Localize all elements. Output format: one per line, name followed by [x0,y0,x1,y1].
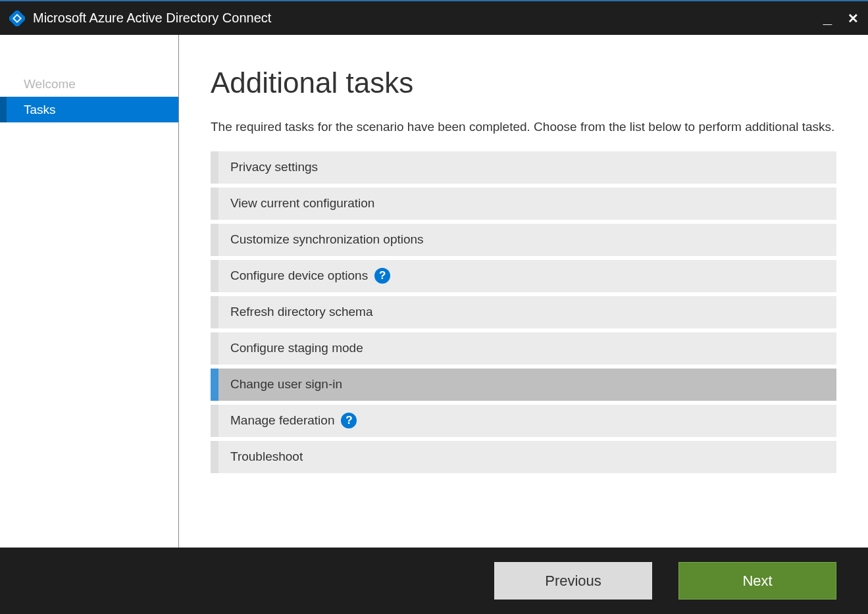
close-button[interactable]: ✕ [848,11,859,26]
minimize-button[interactable]: _ [823,15,832,22]
task-item-label: Customize synchronization options [230,232,424,247]
task-item[interactable]: Customize synchronization options [211,224,836,256]
sidebar: WelcomeTasks [0,35,179,548]
task-item-label: Troubleshoot [230,449,303,464]
help-icon[interactable]: ? [374,268,390,284]
window-controls: _ ✕ [823,11,859,26]
task-item-label: Configure staging mode [230,341,363,355]
sidebar-item-welcome[interactable]: Welcome [0,71,178,97]
task-item-label: View current configuration [230,196,374,211]
task-item[interactable]: Manage federation? [211,405,836,437]
task-item[interactable]: Configure device options? [211,260,836,292]
sidebar-item-label: Tasks [24,103,56,117]
body-area: WelcomeTasks Additional tasks The requir… [0,35,868,548]
task-item-label: Refresh directory schema [230,305,372,319]
page-description: The required tasks for the scenario have… [211,118,836,137]
page-title: Additional tasks [211,66,836,99]
app-title: Microsoft Azure Active Directory Connect [33,11,823,26]
task-list: Privacy settingsView current configurati… [211,151,836,473]
sidebar-item-label: Welcome [24,77,76,91]
task-item[interactable]: Refresh directory schema [211,296,836,328]
task-item-label: Privacy settings [230,160,318,174]
task-item[interactable]: Privacy settings [211,151,836,184]
task-item-label: Manage federation [230,413,334,428]
footer: Previous Next [0,548,868,614]
task-item[interactable]: Change user sign-in [211,369,836,401]
sidebar-item-tasks[interactable]: Tasks [0,97,178,122]
main-content: Additional tasks The required tasks for … [179,35,868,548]
task-item[interactable]: Configure staging mode [211,332,836,365]
task-item[interactable]: Troubleshoot [211,441,836,473]
azure-logo-icon [9,11,25,26]
help-icon[interactable]: ? [341,413,357,428]
task-item-label: Change user sign-in [230,377,342,392]
task-item-label: Configure device options [230,269,368,283]
task-item[interactable]: View current configuration [211,188,836,220]
titlebar: Microsoft Azure Active Directory Connect… [0,0,868,35]
next-button[interactable]: Next [678,562,836,600]
previous-button[interactable]: Previous [494,562,652,600]
